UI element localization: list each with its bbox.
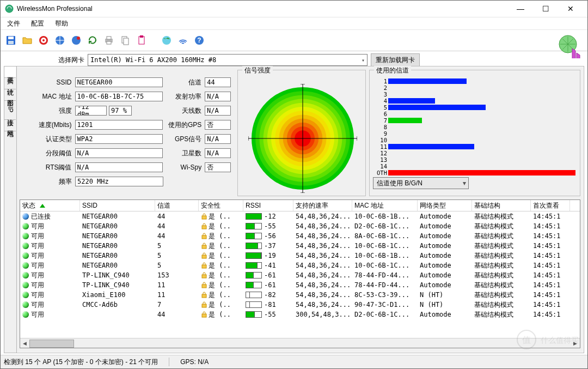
- scroll-left-icon[interactable]: ◀: [20, 338, 29, 348]
- table-row[interactable]: 可用TP-LINK_C940153是 (..-6154,48,36,24...7…: [20, 270, 580, 280]
- grid-rows: 已连接NETGEAR0044是 (..-1254,48,36,24...10-0…: [20, 211, 580, 338]
- status-dot-icon: [22, 223, 29, 229]
- col-first[interactable]: 首次查看: [531, 200, 570, 211]
- menu-help[interactable]: 帮助: [51, 18, 72, 29]
- close-button[interactable]: ✕: [558, 1, 583, 17]
- val-ssid: NETGEAR00: [75, 77, 163, 87]
- status-ap-count: 检测到 15 个 AP (15 个加密 - 0 个未加密) - 21 个可用: [4, 358, 158, 367]
- horizontal-scrollbar[interactable]: ◀ ▶: [20, 338, 580, 348]
- help-icon[interactable]: ?: [192, 33, 206, 47]
- globe-pin-icon[interactable]: [69, 33, 83, 47]
- channel-mode-dropdown[interactable]: 信道使用 B/G/N: [373, 177, 469, 189]
- lock-icon: [201, 252, 207, 259]
- status-dot-icon: [22, 272, 29, 279]
- target-icon[interactable]: [36, 33, 51, 47]
- channel-bars-chart: 1234567891011121314OTH: [373, 77, 577, 175]
- open-icon[interactable]: [20, 33, 34, 47]
- save-icon[interactable]: [4, 33, 18, 47]
- table-row[interactable]: 可用Xiaomi_E10011是 (..-8254,48,36,24...8C-…: [20, 290, 580, 300]
- col-mac[interactable]: MAC 地址: [352, 200, 418, 211]
- table-row[interactable]: 可用CMCC-Ad6b7是 (..-8154,48,36,24...90-47-…: [20, 300, 580, 310]
- signal-legend: 信号强度: [242, 66, 273, 75]
- svg-rect-42: [202, 285, 206, 288]
- tab-map[interactable]: 网地: [4, 120, 16, 131]
- nic-select[interactable]: Intel(R) Wi-Fi 6 AX200 160MHz #8: [88, 54, 367, 66]
- lbl-strength: 强度: [23, 106, 75, 116]
- status-dot-icon: [22, 262, 29, 269]
- col-channel[interactable]: 信道: [155, 200, 199, 211]
- col-nettype[interactable]: 网络类型: [418, 200, 472, 211]
- lbl-sat: 卫星数: [163, 149, 205, 158]
- toolbar: ?: [1, 30, 587, 51]
- svg-rect-11: [107, 37, 111, 39]
- printer-icon[interactable]: [102, 33, 116, 47]
- lock-icon: [201, 233, 207, 239]
- table-row[interactable]: 可用NETGEAR005是 (..-3754,48,36,24...10-0C-…: [20, 241, 580, 251]
- tab-ipconn[interactable]: IP 连接: [4, 101, 16, 120]
- val-rts: N/A: [75, 162, 163, 172]
- tab-graph[interactable]: 图形: [4, 89, 16, 101]
- table-row[interactable]: 可用44是 (..-55300,54,48,3...D2-0C-6B-1C...…: [20, 310, 580, 319]
- titlebar: WirelessMon Professional — ☐ ✕: [1, 1, 587, 17]
- col-security[interactable]: 安全性: [199, 200, 243, 211]
- scroll-thumb[interactable]: [29, 340, 74, 348]
- col-status[interactable]: 状态: [20, 200, 80, 211]
- refresh-icon[interactable]: [85, 33, 100, 47]
- channel-mode-value: 信道使用 B/G/N: [377, 179, 422, 188]
- lbl-auth: 认证类型: [23, 135, 75, 144]
- scroll-right-icon[interactable]: ▶: [571, 338, 580, 348]
- menu-file[interactable]: 文件: [3, 18, 24, 29]
- table-row[interactable]: 可用NETGEAR005是 (..-1954,48,36,24...10-0C-…: [20, 251, 580, 261]
- channels-legend: 使用的信道: [374, 66, 411, 75]
- table-row[interactable]: 可用NETGEAR0044是 (..-5554,48,36,24...D2-0C…: [20, 221, 580, 231]
- globe-net-icon[interactable]: [53, 33, 67, 47]
- table-row[interactable]: 已连接NETGEAR0044是 (..-1254,48,36,24...10-0…: [20, 211, 580, 221]
- statusbar: 检测到 15 个 AP (15 个加密 - 0 个未加密) - 21 个可用 G…: [1, 355, 587, 368]
- col-infra[interactable]: 基础结构: [472, 200, 531, 211]
- rssi-bar-icon: [246, 252, 262, 259]
- clipboard-icon[interactable]: [134, 33, 149, 47]
- lock-icon: [201, 272, 207, 279]
- signal-radar: [241, 77, 364, 200]
- tab-stats[interactable]: 统计: [4, 78, 16, 89]
- lbl-channel: 信道: [163, 78, 205, 87]
- maximize-button[interactable]: ☐: [533, 1, 558, 17]
- table-row[interactable]: 可用NETGEAR005是 (..-4154,48,36,24...10-0C-…: [20, 261, 580, 270]
- col-rates[interactable]: 支持的速率: [293, 200, 352, 211]
- svg-rect-14: [124, 38, 128, 45]
- svg-rect-35: [202, 216, 206, 219]
- col-rssi[interactable]: RSSI: [243, 200, 293, 211]
- val-channel: 44: [205, 77, 231, 87]
- world-icon[interactable]: [160, 33, 174, 47]
- status-dot-icon: [22, 311, 29, 318]
- nic-label: 选择网卡: [58, 56, 84, 65]
- tab-summary[interactable]: 摘要: [4, 66, 16, 78]
- app-title: WirelessMon Professional: [17, 5, 508, 13]
- copy-icon[interactable]: [118, 33, 132, 47]
- rssi-bar-icon: [246, 311, 262, 318]
- table-row[interactable]: 可用TP-LINK_C94011是 (..-6154,48,36,24...78…: [20, 280, 580, 290]
- app-logo-icon: [558, 34, 582, 58]
- lbl-wispy: Wi-Spy: [163, 164, 205, 171]
- val-speed: 1201: [75, 120, 163, 130]
- signal-icon[interactable]: [176, 33, 190, 47]
- rssi-bar-icon: [246, 223, 262, 229]
- rssi-bar-icon: [246, 292, 262, 298]
- app-window: WirelessMon Professional — ☐ ✕ 文件 配置 帮助 …: [0, 0, 588, 369]
- status-dot-icon: [22, 282, 29, 288]
- svg-rect-3: [8, 41, 14, 44]
- minimize-button[interactable]: —: [508, 1, 533, 17]
- grid-header[interactable]: 状态 SSID 信道 安全性 RSSI 支持的速率 MAC 地址 网络类型 基础…: [20, 200, 580, 211]
- val-strength-pct: 97 %: [109, 106, 132, 116]
- reload-nic-button[interactable]: 重新加载网卡: [371, 53, 420, 66]
- vertical-tabs: 摘要 统计 图形 IP 连接 网地: [4, 66, 17, 353]
- svg-rect-39: [202, 255, 206, 258]
- status-dot-icon: [22, 301, 29, 308]
- menu-config[interactable]: 配置: [27, 18, 48, 29]
- table-row[interactable]: 可用NETGEAR0044是 (..-5654,48,36,24...8A-0C…: [20, 231, 580, 241]
- lbl-frag: 分段阈值: [23, 149, 75, 158]
- nic-value: Intel(R) Wi-Fi 6 AX200 160MHz #8: [90, 56, 216, 64]
- lbl-gpssig: GPS信号: [163, 135, 205, 144]
- col-ssid[interactable]: SSID: [80, 200, 155, 211]
- svg-rect-2: [8, 37, 14, 39]
